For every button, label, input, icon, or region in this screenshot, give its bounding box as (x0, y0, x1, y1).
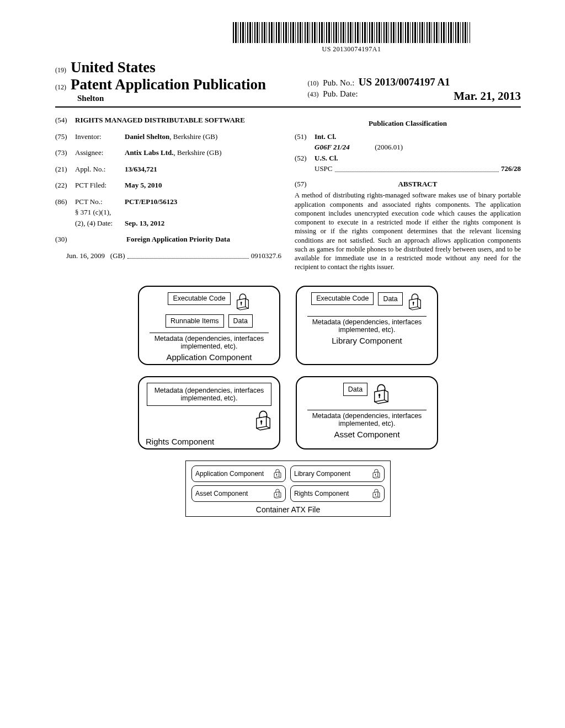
pub-no-label: Pub. No.: (323, 78, 354, 87)
pct-no: PCT/EP10/56123 (125, 197, 281, 207)
dot-leader (335, 171, 499, 172)
sec371-label: § 371 (c)(1), (75, 207, 281, 217)
intcl-val: G06F 21/24 (315, 143, 350, 151)
pct-no-code: (86) (55, 197, 75, 207)
uscl-label: U.S. Cl. (315, 153, 521, 163)
inventor-label: Inventor: (75, 132, 125, 142)
uspc-val: 726/28 (501, 164, 521, 174)
appl-no: 13/634,721 (125, 164, 281, 174)
abstract-text: A method of distributing rights-managed … (295, 191, 521, 271)
pub-date: Mar. 21, 2013 (454, 89, 521, 103)
foreign-num: 0910327.6 (251, 251, 281, 261)
figure: Executable Code Runnable Items Data Meta… (55, 286, 521, 517)
metadata-text: Metadata (dependencies, interfaces imple… (147, 383, 271, 406)
pct-filed-label: PCT Filed: (75, 180, 125, 190)
inventor-name: Daniel Shelton (125, 132, 169, 141)
foreign-heading: Foreign Application Priority Data (75, 234, 281, 244)
appl-label: Appl. No.: (75, 164, 125, 174)
data-box: Data (228, 314, 253, 328)
barcode-icon (233, 22, 470, 43)
pub-no-code: (10) (308, 79, 319, 87)
metadata-text: Metadata (dependencies, interfaces imple… (307, 410, 427, 427)
assignee-code: (73) (55, 148, 75, 158)
data-box: Data (378, 292, 402, 306)
rights-component-box: Metadata (dependencies, interfaces imple… (138, 376, 280, 449)
country-code: (19) (55, 66, 66, 74)
barcode-number: US 20130074197A1 (182, 45, 521, 53)
application-component-box: Executable Code Runnable Items Data Meta… (138, 286, 280, 365)
lock-icon (235, 292, 250, 311)
foreign-code: (30) (55, 234, 75, 244)
title-code: (54) (55, 115, 75, 125)
lock-icon (273, 488, 282, 499)
uspc-label: USPC (315, 164, 333, 174)
exec-code-box: Executable Code (311, 292, 374, 306)
pub-date-code: (43) (308, 90, 319, 98)
asset-comp-title: Asset Component (334, 430, 399, 439)
pct-filed: May 5, 2010 (125, 180, 281, 190)
container-lib-comp: Library Component (290, 465, 385, 482)
lock-icon (372, 468, 381, 479)
intcl-code: (51) (295, 132, 315, 142)
assignee-name: Antix Labs Ltd. (125, 148, 174, 157)
container-asset-comp: Asset Component (191, 485, 286, 502)
lock-icon (273, 468, 282, 479)
appl-code: (21) (55, 164, 75, 174)
app-comp-title: Application Component (166, 352, 252, 362)
foreign-cc: (GB) (110, 251, 125, 261)
runnable-box: Runnable Items (166, 314, 224, 328)
sec371-date: Sep. 13, 2012 (125, 218, 281, 228)
container-app-comp: Application Component (191, 465, 286, 482)
left-column: (54) RIGHTS MANAGED DISTRIBUTABLE SOFTWA… (55, 115, 281, 272)
pct-filed-code: (22) (55, 180, 75, 190)
lib-comp-title: Library Component (332, 336, 402, 345)
classification-heading: Publication Classification (295, 119, 521, 129)
lock-icon (372, 383, 391, 405)
rights-comp-title: Rights Component (146, 437, 214, 446)
exec-code-box: Executable Code (168, 292, 230, 306)
uscl-code: (52) (295, 153, 315, 163)
asset-component-box: Data Metadata (dependencies, interfaces … (296, 376, 438, 449)
library-component-box: Executable Code Data Metadata (dependenc… (296, 286, 438, 365)
metadata-text: Metadata (dependencies, interfaces imple… (150, 333, 269, 350)
lock-icon (407, 292, 423, 311)
sec371-date-label: (2), (4) Date: (75, 218, 125, 228)
barcode-section: US 20130074197A1 (55, 22, 521, 53)
intcl-year: (2006.01) (375, 143, 403, 151)
container-title: Container ATX File (191, 505, 385, 514)
assignee-label: Assignee: (75, 148, 125, 158)
country-name: United States (71, 59, 156, 76)
container-file-box: Application Component Library Component … (185, 461, 391, 517)
inventor-loc: , Berkshire (GB) (169, 132, 217, 141)
metadata-text: Metadata (dependencies, interfaces imple… (307, 316, 427, 334)
assignee-loc: , Berkshire (GB) (174, 148, 222, 157)
pub-no: US 2013/0074197 A1 (359, 76, 450, 88)
lock-icon (254, 409, 273, 431)
abstract-heading: ABSTRACT (315, 179, 521, 189)
divider (55, 106, 521, 108)
inventor-code: (75) (55, 132, 75, 142)
lock-icon (372, 488, 381, 499)
data-box: Data (343, 383, 367, 396)
publication-type: Patent Application Publication (71, 76, 266, 93)
pct-no-label: PCT No.: (75, 197, 125, 207)
author-name: Shelton (77, 94, 302, 103)
container-rights-comp: Rights Component (290, 485, 385, 502)
pub-type-code: (12) (55, 83, 66, 91)
invention-title: RIGHTS MANAGED DISTRIBUTABLE SOFTWARE (75, 115, 281, 125)
right-column: Publication Classification (51) Int. Cl.… (295, 115, 521, 272)
abstract-code: (57) (295, 179, 315, 189)
dot-leader (127, 258, 249, 259)
intcl-label: Int. Cl. (315, 132, 521, 142)
foreign-date: Jun. 16, 2009 (66, 251, 105, 261)
pub-date-label: Pub. Date: (323, 89, 358, 98)
